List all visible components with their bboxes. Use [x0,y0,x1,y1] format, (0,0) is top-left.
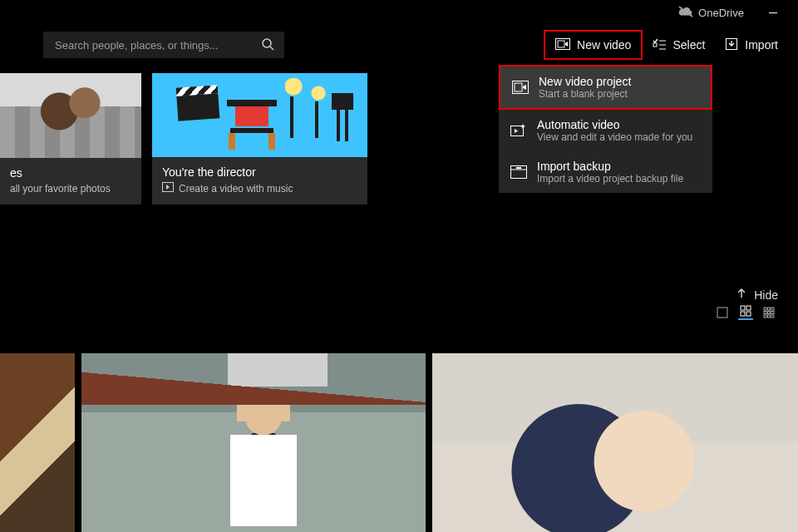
dropdown-item-title: New video project [539,75,631,88]
toolbar: New video Select Import [0,25,798,65]
hide-section-toggle[interactable]: Hide [0,288,798,302]
svg-rect-5 [558,41,564,47]
svg-rect-17 [516,167,521,169]
dropdown-item-subtitle: Start a blank project [539,88,631,100]
dropdown-item-title: Automatic video [537,118,692,131]
magic-video-icon [510,122,527,139]
card-image [152,73,367,157]
search-box[interactable] [43,32,284,58]
video-icon [162,182,174,195]
card-title: es [10,166,131,180]
clapperboard-icon [176,85,220,121]
import-label: Import [745,38,778,52]
svg-rect-31 [771,315,774,318]
card-subtitle: Create a video with music [179,183,293,195]
onedrive-label: OneDrive [698,7,744,19]
card-image [0,73,141,158]
select-button[interactable]: Select [643,30,715,60]
select-label: Select [672,38,705,52]
svg-rect-28 [771,312,774,314]
svg-rect-23 [764,308,766,310]
view-single-button[interactable] [715,305,730,320]
photo-thumbnail[interactable] [81,353,426,532]
svg-rect-1 [769,12,777,13]
dropdown-item-title: Import backup [537,160,683,173]
svg-rect-24 [768,308,771,310]
onedrive-status[interactable]: OneDrive [678,6,744,20]
svg-rect-26 [764,312,766,314]
import-backup-icon [510,164,527,180]
minimize-button[interactable] [754,0,791,25]
import-icon [725,37,738,53]
view-grid-3x3-button[interactable] [761,305,776,320]
svg-rect-30 [768,315,771,318]
svg-rect-13 [515,83,522,91]
dropdown-item-subtitle: View and edit a video made for you [537,131,692,143]
feature-card-director[interactable]: You're the director Create a video with … [152,73,367,204]
svg-point-2 [263,39,271,47]
titlebar: OneDrive [0,0,798,25]
search-input[interactable] [53,38,253,52]
svg-rect-9 [653,43,657,47]
card-subtitle: all your favorite photos [10,183,131,195]
svg-rect-22 [746,312,751,316]
dropdown-item-import-backup[interactable]: Import backup Import a video project bac… [499,151,712,193]
photo-thumbnail[interactable] [432,353,798,532]
svg-rect-27 [768,312,771,314]
cloud-off-icon [678,6,693,20]
video-project-icon [512,79,529,96]
import-button[interactable]: Import [715,30,788,60]
dropdown-item-new-project[interactable]: New video project Start a blank project [499,65,712,110]
svg-rect-29 [764,315,766,318]
view-grid-2x2-button[interactable] [738,305,753,320]
view-mode-row [0,302,798,320]
video-project-icon [555,38,570,52]
dropdown-item-subtitle: Import a video project backup file [537,173,683,185]
svg-rect-18 [717,308,727,318]
photo-gallery [0,353,798,532]
arrow-up-icon [736,288,747,302]
new-video-button[interactable]: New video [544,30,643,60]
search-icon [261,37,274,53]
svg-rect-25 [771,308,774,310]
new-video-dropdown: New video project Start a blank project … [499,65,712,193]
photo-thumbnail[interactable] [0,353,75,532]
hide-label: Hide [754,288,778,302]
svg-rect-19 [741,306,745,310]
svg-rect-21 [741,312,745,316]
svg-line-3 [270,47,273,50]
dropdown-item-automatic[interactable]: Automatic video View and edit a video ma… [499,110,712,151]
svg-rect-20 [746,306,751,310]
card-title: You're the director [162,165,357,179]
feature-card-favorites[interactable]: es all your favorite photos [0,73,141,204]
checklist-icon [653,38,666,52]
new-video-label: New video [577,38,631,52]
